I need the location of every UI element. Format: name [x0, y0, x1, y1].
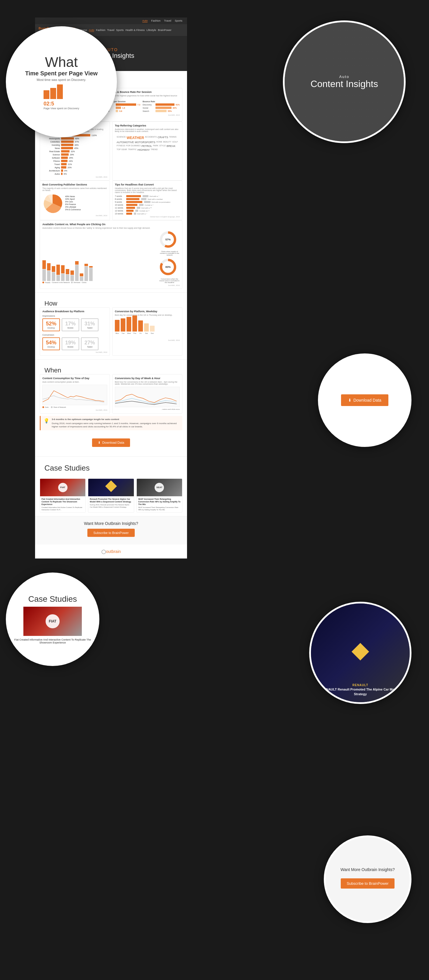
case-studies-circle-title: Case Studies: [28, 594, 77, 604]
case-study-renault[interactable]: Renault Promoted The Newest Alpine Car M…: [88, 479, 134, 513]
case-study-seat[interactable]: SEAT SEAT Increased Their Retargeting Co…: [137, 479, 182, 513]
nav-travel[interactable]: Travel: [107, 29, 114, 32]
avail-bar-chart: [42, 264, 157, 281]
top-nav-fashion[interactable]: Fashion: [151, 19, 160, 22]
tips-7-label: 7 words: [115, 195, 125, 197]
auto-circle-title: Content Insights: [310, 79, 378, 89]
mobile-conv-val: 19%: [65, 340, 76, 346]
ref-investing-val: 46%: [75, 144, 79, 146]
ref-fitness: Fitness 24%: [42, 160, 107, 162]
seat-text: SEAT Increased Their Retargeting Convers…: [138, 506, 180, 511]
tips-9: 9 words End with no punctuation: [115, 201, 180, 203]
top-nav-auto[interactable]: Auto: [142, 19, 148, 22]
renault-img: [88, 479, 134, 496]
seat-img: SEAT: [137, 479, 182, 496]
avail-b6-supply: [66, 269, 69, 274]
available-content-subtitle: Automotive content should focus on theme…: [42, 227, 180, 229]
nav-health[interactable]: Health & Fitness: [125, 29, 145, 32]
platform-mobile-conv: 19% Mobile: [62, 337, 79, 350]
case-studies-header: Case Studies: [40, 460, 182, 476]
renault-circle-content: RENAULT RENAULT Renault Promoted The Alp…: [311, 603, 410, 702]
campaign-text-area: 3-6 months is the optimum campaign lengt…: [52, 418, 179, 428]
avail-b9-demand: [80, 277, 83, 281]
converting-row: Best Converting Publisher Sections The m…: [40, 181, 182, 220]
nav-sports[interactable]: Sports: [116, 29, 124, 32]
conv-thu-label: Thu: [133, 332, 136, 334]
time-of-day-legend: Auto Rest of Network: [42, 406, 107, 408]
campaign-highlight-inner: 💡 3-6 months is the optimum campaign len…: [43, 418, 179, 428]
fiat-img: FIAT: [40, 479, 85, 496]
subscribe-button[interactable]: Subscribe to BrainPower: [88, 529, 134, 537]
tips-12-bar2: [135, 210, 138, 212]
tips-12-bar: [126, 210, 134, 212]
tips-note: Global Auto in English language, 2016: [115, 216, 180, 218]
tips-subtitle: Headlines that are 9 words long and end …: [115, 187, 180, 193]
ref-travel-bar: [61, 163, 67, 165]
conv-weekday-bars: Mon Tue Wed: [115, 318, 180, 338]
ref-science-val: 29%: [70, 154, 74, 156]
tag-trend: TREND: [150, 148, 158, 151]
legend-33: 33% Sport: [65, 198, 81, 200]
conv-mon-bar: [115, 320, 120, 331]
tag-style: STYLE: [159, 145, 166, 148]
avail-b5-supply: [61, 265, 65, 274]
legend-6: 6% Finance: [65, 203, 81, 205]
conv-sun-label: Sun: [151, 332, 154, 334]
pageviews-cols: Pageviews per Session Discovery 7.3 Soci…: [103, 100, 180, 113]
platform-mobile-imp: 17% Mobile: [62, 318, 79, 331]
top-nav-sports[interactable]: Sports: [175, 19, 182, 22]
case-study-fiat[interactable]: FIAT Fiat Created Informative And Intera…: [40, 479, 86, 513]
subscribe-circle-button[interactable]: Subscribe to BrainPower: [341, 878, 394, 889]
platform-tablet-conv: 27% Tablet: [81, 337, 99, 350]
pie-area: 49% News 33% Sport 9% Cars 6% Finance 3%…: [42, 193, 107, 213]
ref-aging-val: 20%: [67, 167, 72, 169]
ref-news-label: News: [42, 147, 60, 149]
nav-auto[interactable]: Auto: [89, 29, 94, 32]
page-wrapper: Auto Fashion Travel Sports BrainPower by…: [0, 18, 429, 558]
referring-bars: Olympics 110% Motorsports 48% Celebritie…: [42, 134, 107, 175]
tips-8-label: 8 words: [115, 198, 125, 200]
when-charts-row: Content Consumption by Time of Day Auto …: [40, 374, 182, 414]
nav-lifestyle[interactable]: Lifestyle: [147, 29, 156, 32]
top-nav-travel[interactable]: Travel: [164, 19, 171, 22]
conv-sun-bar: [150, 326, 155, 331]
mobile-conv-label: Mobile: [65, 346, 76, 348]
download-circle-button[interactable]: ⬇ Download Data: [341, 395, 388, 406]
renault-text: During 2016, Renault promoted The Newest…: [90, 504, 132, 509]
session-search-bar: [116, 110, 118, 112]
network-dot: [51, 406, 53, 408]
tips-10-bar2: [139, 204, 144, 206]
tag-tennis: TENNIS: [169, 136, 177, 140]
conv-sat-label: Sat: [145, 332, 148, 334]
ref-motorsports: Motorsports 48%: [42, 137, 107, 140]
download-button[interactable]: ⬇ Download Data: [92, 438, 130, 447]
avail-b2-demand: [47, 271, 51, 281]
tips-8-tip: Start with a number: [148, 198, 163, 200]
circle-time-spent-title: Time Spent per Page View: [25, 70, 97, 77]
tablet-imp-val: 31%: [85, 321, 95, 327]
ref-architecture: Architecture 8%: [42, 169, 107, 172]
desktop-imp-val: 52%: [46, 321, 56, 327]
conv-thu-bar: [132, 315, 137, 331]
bounce-social-label: Social: [143, 107, 154, 109]
nav-fashion[interactable]: Fashion: [96, 29, 105, 32]
legend-supply: Supply - Content in the Network: [42, 282, 70, 283]
session-social-bar: [116, 107, 121, 109]
tips-11-bar2: [137, 207, 140, 209]
conv-wed-bar: [126, 317, 131, 331]
conversion-label: Conversion: [42, 334, 107, 336]
tag-beauty: BEAUTY: [163, 141, 172, 144]
renault-brand: RENAULT: [317, 683, 404, 687]
download-icon: ⬇: [98, 441, 100, 445]
ref-fitness-bar: [61, 160, 67, 162]
ref-motorsports-label: Motorsports: [42, 138, 60, 140]
ref-architecture-val: 8%: [64, 170, 67, 172]
time-of-day-chart: Content Consumption by Time of Day Auto …: [40, 374, 110, 414]
seat-logo: SEAT: [155, 483, 164, 492]
nav-brainpower[interactable]: BrainPower: [158, 29, 172, 32]
supply-dot: [42, 282, 44, 283]
how-header: How: [40, 296, 182, 307]
bounce-social: Social 80%: [143, 107, 180, 109]
subscribe-circle-title: Want More Outbrain Insights?: [335, 867, 400, 872]
conv-day-hour-title: Conversions by Day of Week & Hour: [115, 377, 180, 380]
